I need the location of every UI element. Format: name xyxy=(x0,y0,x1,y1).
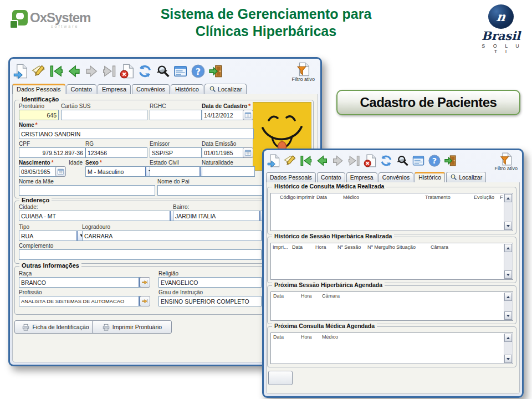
page-title-line2: Clínicas Hiperbáricas xyxy=(122,23,410,40)
scrollbar[interactable] xyxy=(504,334,512,363)
ficha-identificacao-button[interactable]: Ficha de Identificação xyxy=(14,320,96,334)
scroll-up-icon[interactable] xyxy=(504,194,512,202)
printer-icon xyxy=(102,323,110,331)
profissao-lookup-icon[interactable] xyxy=(140,296,150,306)
nascimento-field[interactable]: 03/05/1965 xyxy=(19,166,58,177)
new-record-icon[interactable] xyxy=(267,154,280,167)
small-blank-button[interactable] xyxy=(268,371,293,385)
last-record-icon[interactable] xyxy=(347,154,361,167)
nome-field[interactable]: CRISTIANO SANDRIN xyxy=(19,129,254,139)
complemento-field[interactable] xyxy=(19,249,262,260)
first-record-icon[interactable] xyxy=(299,154,313,167)
consulta-realizada-list[interactable]: Código Imprimir Data Médico Tratamento E… xyxy=(270,193,513,231)
data-cadastro-calendar-icon[interactable] xyxy=(243,110,253,120)
naturalidade-label: Naturalidade xyxy=(202,160,233,166)
magnifier-icon xyxy=(450,173,457,181)
filter-active-indicator[interactable]: Filtro ativo xyxy=(494,152,518,171)
cpf-field[interactable]: 979.512.897-36 xyxy=(19,147,85,158)
data-cadastro-field[interactable]: 14/12/2012 xyxy=(202,110,245,120)
refresh-icon[interactable] xyxy=(137,64,152,79)
refresh-icon[interactable] xyxy=(380,154,393,167)
emissor-field[interactable]: SSP/SP xyxy=(150,147,202,158)
data-emissao-field[interactable]: 01/01/1985 xyxy=(202,147,245,158)
new-record-icon[interactable] xyxy=(13,64,28,79)
tab-convenios[interactable]: Convênios xyxy=(132,84,170,94)
nome-mae-field[interactable] xyxy=(19,185,155,196)
scroll-up-icon[interactable] xyxy=(504,293,512,301)
scrollbar[interactable] xyxy=(504,293,512,320)
rg-field[interactable]: 123456 xyxy=(85,147,147,158)
logradouro-field[interactable]: CARRARA xyxy=(82,231,262,241)
next-record-icon[interactable] xyxy=(331,154,345,167)
cartao-sus-field[interactable] xyxy=(61,110,147,120)
grau-instrucao-field[interactable]: ENSINO SUPERIOR COMPLETO xyxy=(158,296,262,306)
scroll-up-icon[interactable] xyxy=(504,244,512,252)
tab-empresa[interactable]: Empresa xyxy=(346,172,377,182)
scroll-up-icon[interactable] xyxy=(504,334,512,342)
proxima-sessao-list[interactable]: Data Hora Câmara xyxy=(270,291,513,321)
search-icon[interactable] xyxy=(396,154,409,167)
delete-record-icon[interactable] xyxy=(120,64,135,79)
scroll-down-icon[interactable] xyxy=(504,311,512,320)
next-record-icon[interactable] xyxy=(84,64,99,79)
sessao-realizada-list[interactable]: Impri... Data Hora Nº Sessão Nº Mergulho… xyxy=(270,243,513,280)
scrollbar[interactable] xyxy=(504,244,512,279)
tipo-label: Tipo xyxy=(19,224,29,230)
group-endereco-title: Endereço xyxy=(19,197,52,203)
tab-empresa[interactable]: Empresa xyxy=(98,84,131,94)
sexo-combobox[interactable]: M - Masculino xyxy=(85,166,156,177)
page-title: Sistema de Gerenciamento para Clínicas H… xyxy=(122,6,410,39)
edit-record-icon[interactable] xyxy=(283,154,296,167)
raca-combobox[interactable]: BRANCO xyxy=(19,277,149,288)
scroll-down-icon[interactable] xyxy=(504,270,512,279)
proxima-consulta-list[interactable]: Data Hora Médico xyxy=(270,332,513,364)
scroll-down-icon[interactable] xyxy=(504,355,512,363)
group-proxima-sessao: Próxima Sessão Hiperbárica Agendada Data… xyxy=(267,285,516,324)
help-icon[interactable] xyxy=(191,64,206,79)
help-icon[interactable] xyxy=(428,154,441,167)
naturalidade-field[interactable] xyxy=(202,166,255,177)
nascimento-label: Nascimento* xyxy=(19,160,54,166)
previous-record-icon[interactable] xyxy=(315,154,329,167)
estado-civil-combobox[interactable] xyxy=(150,166,210,177)
tab-localizar[interactable]: Localizar xyxy=(446,172,486,182)
previous-record-icon[interactable] xyxy=(66,64,81,79)
edit-record-icon[interactable] xyxy=(31,64,46,79)
magnifier-icon xyxy=(209,85,216,93)
profissao-combobox[interactable]: ANALISTA DE SISTEMAS DE AUTOMACAO xyxy=(19,296,149,306)
scrollbar[interactable] xyxy=(504,194,512,230)
imprimir-prontuario-button[interactable]: Imprimir Prontuário xyxy=(92,320,172,334)
tab-convenios[interactable]: Convênios xyxy=(378,172,414,182)
religiao-field[interactable]: EVANGELICO xyxy=(158,277,262,288)
report-icon[interactable] xyxy=(412,154,425,167)
profissao-label: Profissão xyxy=(19,289,42,295)
tab-dados-pessoais[interactable]: Dados Pessoais xyxy=(266,172,316,182)
toolbar xyxy=(267,151,457,170)
last-record-icon[interactable] xyxy=(102,64,117,79)
data-emissao-calendar-icon[interactable] xyxy=(243,147,253,158)
delete-record-icon[interactable] xyxy=(364,154,377,167)
tab-contato[interactable]: Contato xyxy=(66,84,97,94)
rghc-field[interactable] xyxy=(150,110,202,120)
bairro-combobox[interactable]: JARDIM ITALIA xyxy=(173,211,270,221)
slide: OxSystem software Sistema de Gerenciamen… xyxy=(0,0,532,399)
filter-active-indicator[interactable]: Filtro ativo xyxy=(291,62,315,82)
exit-icon[interactable] xyxy=(444,154,457,167)
exit-icon[interactable] xyxy=(208,64,223,79)
tab-dados-pessoais[interactable]: Dados Pessoais xyxy=(12,84,65,94)
search-icon[interactable] xyxy=(155,64,170,79)
tab-contato[interactable]: Contato xyxy=(317,172,345,182)
report-icon[interactable] xyxy=(173,64,188,79)
tab-bar: Dados Pessoais Contato Empresa Convênios… xyxy=(12,83,318,95)
tipo-combobox[interactable]: RUA xyxy=(19,231,87,241)
nascimento-calendar-icon[interactable] xyxy=(55,166,66,177)
first-record-icon[interactable] xyxy=(49,64,64,79)
tab-historico[interactable]: Histórico xyxy=(171,84,203,94)
cidade-combobox[interactable]: CUIABA - MT xyxy=(19,211,180,221)
scroll-down-icon[interactable] xyxy=(504,222,512,230)
tab-historico[interactable]: Histórico xyxy=(415,172,445,182)
prontuario-field[interactable]: 645 xyxy=(19,110,59,120)
estado-civil-label: Estado Civil xyxy=(150,160,179,166)
raca-lookup-icon[interactable] xyxy=(140,277,150,288)
tab-localizar[interactable]: Localizar xyxy=(204,84,247,94)
